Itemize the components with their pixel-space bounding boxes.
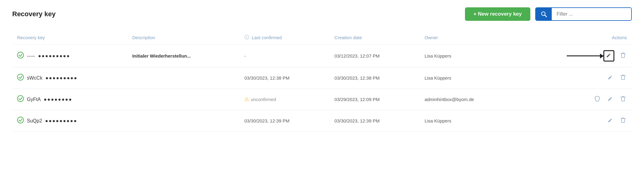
search-icon <box>541 11 547 17</box>
filter-input[interactable] <box>552 8 631 20</box>
table-row: ----- ●●●●●●●●● Initialer Wiederherstell… <box>12 45 632 67</box>
delete-icon <box>620 74 626 80</box>
creation-date-cell: 03/29/2023, 12:09 PM <box>330 89 420 110</box>
col-header-description: Description <box>127 31 240 45</box>
key-dots: ●●●●●●●●● <box>45 118 77 124</box>
actions-cell <box>517 45 632 67</box>
actions-inner <box>522 94 627 104</box>
description-cell: Initialer Wiederherstellun... <box>127 45 240 67</box>
svg-point-4 <box>17 96 24 102</box>
delete-button[interactable] <box>619 73 627 83</box>
page-container: Recovery key + New recovery key Recovery… <box>0 0 644 188</box>
edit-button[interactable] <box>606 116 614 126</box>
key-dots: ●●●●●●●● <box>44 97 72 102</box>
description-cell <box>127 67 240 89</box>
table-body: ----- ●●●●●●●●● Initialer Wiederherstell… <box>12 45 632 132</box>
actions-inner <box>522 116 627 126</box>
edit-icon <box>608 117 613 123</box>
actions-cell <box>517 89 632 110</box>
recovery-key-cell: GyFtA ●●●●●●●● <box>12 89 127 110</box>
edit-button[interactable] <box>603 50 614 62</box>
edit-icon <box>608 74 613 80</box>
creation-date-cell: 03/12/2023, 12:07 PM <box>330 45 420 67</box>
col-header-creation-date: Creation date <box>330 31 420 45</box>
col-header-recovery-key: Recovery key <box>12 31 127 45</box>
delete-icon <box>620 52 626 58</box>
actions-cell <box>517 110 632 132</box>
check-icon <box>17 117 24 125</box>
key-prefix: sWcCk <box>27 75 42 81</box>
col-header-owner: Owner <box>420 31 517 45</box>
unconfirmed-status: ⚠unconfirmed <box>244 96 325 103</box>
svg-line-1 <box>545 15 547 17</box>
key-prefix: SuQp2 <box>27 118 42 124</box>
info-icon: ⓘ <box>244 34 249 41</box>
recovery-key-cell: sWcCk ●●●●●●●●● <box>12 67 127 89</box>
recovery-key-cell: ----- ●●●●●●●●● <box>12 45 127 67</box>
key-dots: ●●●●●●●●● <box>38 53 70 59</box>
last-confirmed-cell: 03/30/2023, 12:39 PM <box>240 110 330 132</box>
svg-point-3 <box>17 74 24 80</box>
new-recovery-key-button[interactable]: + New recovery key <box>465 7 530 21</box>
filter-box <box>535 7 632 21</box>
col-header-last-confirmed: ⓘ Last confirmed <box>240 31 330 45</box>
header-actions: + New recovery key <box>465 7 632 21</box>
key-dots: ●●●●●●●●● <box>46 75 78 81</box>
delete-icon <box>620 96 626 102</box>
check-icon <box>17 74 24 82</box>
svg-point-2 <box>17 52 24 58</box>
recovery-key-cell: SuQp2 ●●●●●●●●● <box>12 110 127 132</box>
owner-cell: Lisa Küppers <box>420 110 517 132</box>
actions-inner <box>522 50 627 62</box>
description-cell <box>127 89 240 110</box>
search-button[interactable] <box>536 8 552 20</box>
table-header-row: Recovery key Description ⓘ Last confirme… <box>12 31 632 45</box>
delete-button[interactable] <box>619 51 627 61</box>
last-confirmed-cell: ⚠unconfirmed <box>240 89 330 110</box>
recovery-keys-table: Recovery key Description ⓘ Last confirme… <box>12 31 632 132</box>
delete-button[interactable] <box>619 94 627 104</box>
delete-button[interactable] <box>619 116 627 126</box>
description-cell <box>127 110 240 132</box>
check-icon <box>17 52 24 60</box>
edit-icon <box>606 52 612 58</box>
owner-cell: Lisa Küppers <box>420 45 517 67</box>
actions-cell <box>517 67 632 89</box>
owner-cell: Lisa Küppers <box>420 67 517 89</box>
table-row: SuQp2 ●●●●●●●●● 03/30/2023, 12:39 PM03/3… <box>12 110 632 132</box>
creation-date-cell: 03/30/2023, 12:38 PM <box>330 67 420 89</box>
last-confirmed-cell: - <box>240 45 330 67</box>
last-confirmed-cell: 03/30/2023, 12:38 PM <box>240 67 330 89</box>
warning-icon: ⚠ <box>244 96 249 103</box>
arrow-annotation <box>567 50 614 62</box>
svg-point-5 <box>17 117 24 123</box>
check-icon <box>17 95 24 104</box>
shield-icon <box>594 96 600 102</box>
key-prefix: ----- <box>27 53 35 59</box>
edit-icon <box>608 96 613 101</box>
owner-cell: adminhintbox@byom.de <box>420 89 517 110</box>
table-row: sWcCk ●●●●●●●●● 03/30/2023, 12:38 PM03/3… <box>12 67 632 89</box>
page-title: Recovery key <box>12 10 56 18</box>
delete-icon <box>620 117 626 123</box>
table-row: GyFtA ●●●●●●●● ⚠unconfirmed03/29/2023, 1… <box>12 89 632 110</box>
shield-button[interactable] <box>593 94 602 104</box>
edit-button[interactable] <box>606 73 614 83</box>
unconfirmed-label: unconfirmed <box>251 97 276 102</box>
page-header: Recovery key + New recovery key <box>12 7 632 21</box>
actions-inner <box>522 73 627 83</box>
key-prefix: GyFtA <box>27 97 41 102</box>
creation-date-cell: 03/30/2023, 12:39 PM <box>330 110 420 132</box>
edit-button[interactable] <box>606 95 614 104</box>
col-header-actions: Actions <box>517 31 632 45</box>
arrow-line <box>567 55 603 56</box>
